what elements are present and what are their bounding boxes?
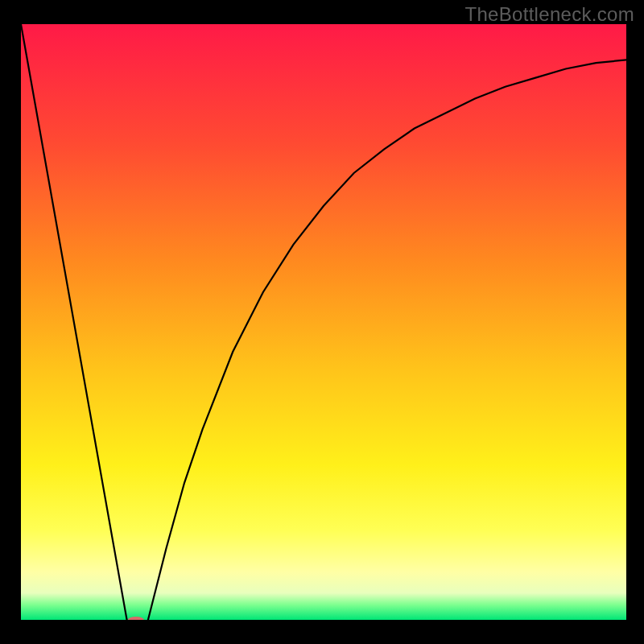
chart-frame: TheBottleneck.com (0, 0, 644, 644)
chart-svg (21, 24, 626, 620)
watermark-text: TheBottleneck.com (464, 3, 634, 26)
plot-area (21, 24, 626, 620)
